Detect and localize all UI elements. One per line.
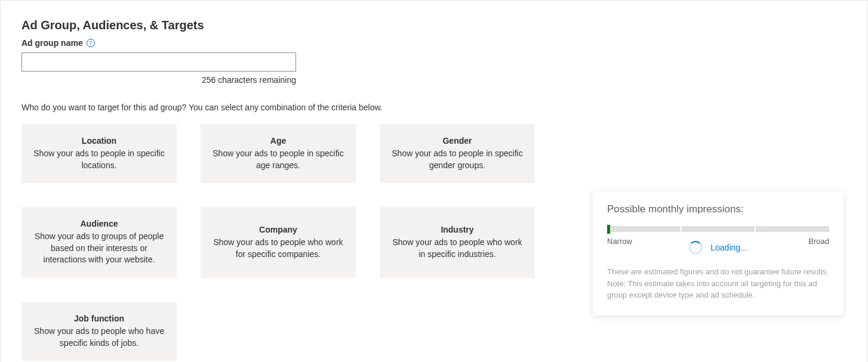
targeting-prompt: Who do you want to target for this ad gr… — [21, 103, 847, 112]
card-title: Industry — [390, 225, 524, 234]
card-desc: Show your ads to people who work for spe… — [211, 237, 345, 260]
spinner-icon — [689, 241, 702, 254]
target-card-age[interactable]: Age Show your ads to people in specific … — [201, 124, 356, 183]
card-title: Audience — [32, 219, 166, 228]
card-title: Company — [211, 225, 345, 234]
ad-group-name-input[interactable] — [21, 52, 296, 72]
target-card-industry[interactable]: Industry Show your ads to people who wor… — [380, 207, 535, 278]
page-title: Ad Group, Audiences, & Targets — [21, 18, 847, 32]
card-desc: Show your ads to people who have specifi… — [32, 326, 166, 349]
card-title: Gender — [390, 136, 524, 146]
target-card-job-function[interactable]: Job function Show your ads to people who… — [21, 302, 177, 361]
broad-label: Broad — [808, 237, 829, 246]
card-desc: Show your ads to groups of people based … — [32, 231, 166, 266]
target-card-gender[interactable]: Gender Show your ads to people in specif… — [380, 124, 535, 183]
card-title: Location — [32, 136, 166, 146]
card-title: Job function — [32, 314, 166, 323]
ad-group-settings-panel: Ad Group, Audiences, & Targets Ad group … — [0, 0, 868, 362]
card-desc: Show your ads to people who work in spec… — [390, 237, 524, 260]
card-title: Age — [211, 136, 345, 146]
slider-indicator — [607, 225, 610, 234]
loading-row: Loading... — [607, 241, 829, 254]
impressions-panel: Possible monthly impressions: Narrow Bro… — [593, 191, 844, 315]
loading-text: Loading... — [710, 243, 747, 252]
card-desc: Show your ads to people in specific loca… — [32, 148, 166, 171]
card-desc: Show your ads to people in specific gend… — [390, 148, 524, 171]
ad-group-name-label: Ad group name ? — [21, 38, 95, 48]
impressions-heading: Possible monthly impressions: — [607, 203, 829, 215]
narrow-label: Narrow — [607, 237, 632, 246]
target-card-audience[interactable]: Audience Show your ads to groups of peop… — [21, 207, 177, 278]
impressions-slider — [607, 226, 829, 233]
help-icon[interactable]: ? — [87, 39, 95, 47]
chars-remaining: 256 characters remaining — [21, 75, 296, 85]
card-desc: Show your ads to people in specific age … — [211, 148, 345, 171]
ad-group-name-field: Ad group name ? 256 characters remaining — [21, 38, 847, 85]
impressions-note: These are estimated figures and do not g… — [607, 266, 829, 301]
targeting-cards-grid: Location Show your ads to people in spec… — [21, 124, 535, 361]
target-card-location[interactable]: Location Show your ads to people in spec… — [21, 124, 177, 183]
target-card-company[interactable]: Company Show your ads to people who work… — [201, 207, 356, 278]
